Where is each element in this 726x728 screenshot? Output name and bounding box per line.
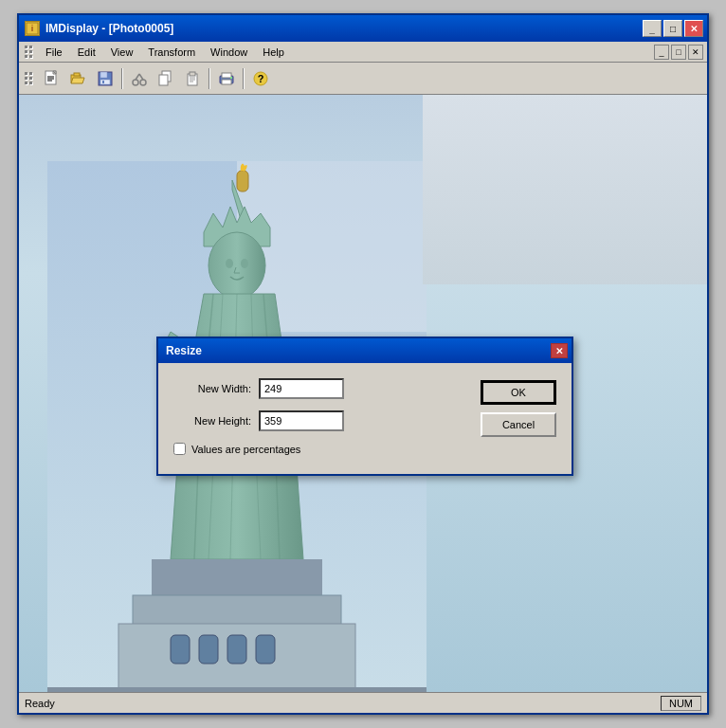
menu-transform[interactable]: Transform <box>140 45 203 60</box>
menu-bar: File Edit View Transform Window Help <box>38 45 292 60</box>
toolbar-sep3 <box>243 68 245 89</box>
mdi-minimize[interactable]: _ <box>654 45 669 60</box>
right-area <box>423 95 707 284</box>
checkbox-label: Values are percentages <box>191 444 300 455</box>
svg-point-27 <box>230 77 232 79</box>
menu-edit[interactable]: Edit <box>70 45 103 60</box>
num-indicator: NUM <box>661 696 701 711</box>
dialog-title: Resize <box>166 344 202 357</box>
menu-window[interactable]: Window <box>203 45 255 60</box>
svg-rect-11 <box>100 80 110 84</box>
svg-rect-18 <box>159 75 168 85</box>
svg-rect-12 <box>102 81 104 83</box>
title-bar-left: i IMDisplay - [Photo0005] <box>25 21 173 36</box>
percentage-checkbox[interactable] <box>173 443 186 455</box>
status-right: NUM <box>661 696 701 711</box>
svg-rect-46 <box>227 635 246 664</box>
close-button[interactable]: ✕ <box>684 20 703 37</box>
toolbar-help-button[interactable]: ? <box>248 66 273 91</box>
title-bar: i IMDisplay - [Photo0005] _ □ ✕ <box>19 15 707 42</box>
dialog-form: New Width: New Height: Values are percen… <box>173 378 462 455</box>
svg-rect-42 <box>133 595 341 626</box>
svg-line-16 <box>139 74 143 80</box>
svg-rect-47 <box>256 635 275 664</box>
toolbar-sep2 <box>209 68 210 89</box>
height-label: New Height: <box>173 415 259 427</box>
resize-dialog: Resize ✕ New Width: New Height: <box>156 337 573 476</box>
checkbox-row: Values are percentages <box>173 443 462 455</box>
mdi-maximize[interactable]: □ <box>671 45 686 60</box>
toolbar-save-button[interactable] <box>93 66 118 91</box>
width-input[interactable] <box>259 378 344 399</box>
title-buttons: _ □ ✕ <box>643 20 703 37</box>
dialog-buttons: OK Cancel <box>481 378 556 455</box>
toolbar-open-button[interactable] <box>66 66 91 91</box>
status-bar: Ready NUM <box>19 692 707 713</box>
ok-button[interactable]: OK <box>481 380 556 405</box>
dialog-title-bar: Resize ✕ <box>158 338 572 363</box>
app-icon: i <box>25 21 40 36</box>
svg-rect-40 <box>152 559 322 597</box>
main-window: i IMDisplay - [Photo0005] _ □ ✕ File Edi… <box>17 13 709 715</box>
svg-point-13 <box>133 80 138 85</box>
toolbar: ? <box>19 63 707 95</box>
toolbar-cut-button[interactable] <box>127 66 152 91</box>
cancel-button[interactable]: Cancel <box>481 412 556 437</box>
svg-point-35 <box>241 259 248 268</box>
toolbar-new-button[interactable] <box>40 66 64 91</box>
svg-text:?: ? <box>258 73 264 84</box>
menu-file[interactable]: File <box>38 45 70 60</box>
height-input[interactable] <box>259 410 344 431</box>
maximize-button[interactable]: □ <box>663 20 682 37</box>
mdi-controls: _ □ ✕ <box>654 45 703 60</box>
width-label: New Width: <box>173 383 259 394</box>
window-title: IMDisplay - [Photo0005] <box>45 22 173 35</box>
svg-point-33 <box>209 232 265 299</box>
menubar-grip <box>23 44 34 60</box>
svg-rect-32 <box>237 171 248 191</box>
svg-rect-44 <box>171 635 190 664</box>
svg-rect-20 <box>190 72 195 76</box>
svg-rect-26 <box>222 80 231 84</box>
toolbar-copy-button[interactable] <box>154 66 178 91</box>
menu-view[interactable]: View <box>103 45 141 60</box>
svg-rect-8 <box>74 73 80 76</box>
svg-rect-10 <box>100 72 107 78</box>
toolbar-grip <box>23 70 34 86</box>
minimize-button[interactable]: _ <box>643 20 662 37</box>
svg-point-34 <box>226 259 233 268</box>
content-area: Resize ✕ New Width: New Height: <box>19 95 707 692</box>
status-text: Ready <box>25 698 55 709</box>
toolbar-print-button[interactable] <box>214 66 239 91</box>
toolbar-paste-button[interactable] <box>180 66 205 91</box>
mdi-menubar: File Edit View Transform Window Help _ □… <box>19 42 707 63</box>
toolbar-sep1 <box>121 68 123 89</box>
mdi-close[interactable]: ✕ <box>688 45 703 60</box>
svg-rect-45 <box>199 635 218 664</box>
menu-help[interactable]: Help <box>255 45 292 60</box>
svg-text:i: i <box>31 24 33 33</box>
dialog-close-button[interactable]: ✕ <box>551 343 568 358</box>
svg-line-15 <box>136 74 139 80</box>
width-row: New Width: <box>173 378 462 399</box>
svg-point-14 <box>140 80 146 85</box>
svg-rect-25 <box>222 73 231 78</box>
dialog-content: New Width: New Height: Values are percen… <box>158 363 572 474</box>
height-row: New Height: <box>173 410 462 431</box>
